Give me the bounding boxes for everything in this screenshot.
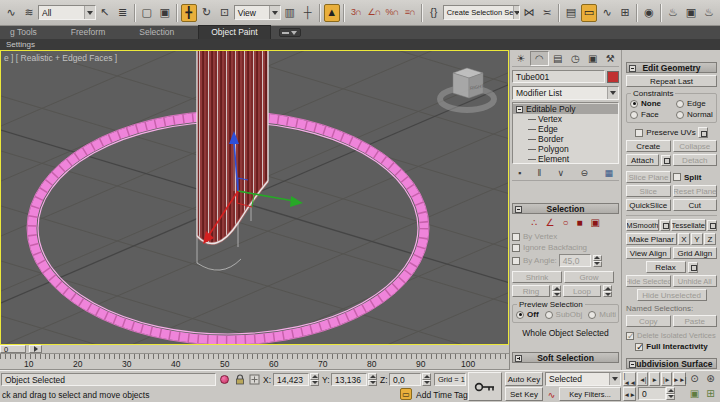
rendered-frame-icon[interactable]: ▣ xyxy=(683,4,699,22)
object-color-swatch[interactable] xyxy=(607,71,619,83)
select-and-scale-icon[interactable]: ⊡ xyxy=(217,4,233,22)
ribbon-panel-settings[interactable]: Settings xyxy=(6,40,35,49)
modify-tab-icon[interactable]: ◠ xyxy=(530,51,550,66)
create-button[interactable]: Create xyxy=(626,140,671,152)
relax-button[interactable]: Relax xyxy=(646,261,686,273)
planar-z-button[interactable]: Z xyxy=(704,233,716,245)
time-slider[interactable]: 0 xyxy=(0,345,509,354)
hide-unselected-button[interactable]: Hide Unselected xyxy=(637,289,707,301)
material-editor-icon[interactable]: ◉ xyxy=(641,4,657,22)
utilities-tab-icon[interactable]: ⚒ xyxy=(602,51,620,66)
stack-item-editable-poly[interactable]: Editable Poly xyxy=(513,104,618,114)
viewport-label[interactable]: e ] [ Realistic + Edged Faces ] xyxy=(4,53,117,63)
tessellate-settings-icon[interactable] xyxy=(707,220,717,231)
ring-button[interactable]: Ring xyxy=(512,285,550,297)
display-tab-icon[interactable]: ▣ xyxy=(584,51,602,66)
previous-frame-icon[interactable]: ◄| xyxy=(637,372,648,386)
by-angle-checkbox[interactable]: By Angle: xyxy=(512,256,557,265)
tab-modeling-tools[interactable]: g Tools xyxy=(0,26,47,39)
select-by-name-icon[interactable]: ≣ xyxy=(115,4,131,22)
by-vertex-checkbox[interactable]: By Vertex xyxy=(512,232,557,241)
quickslice-button[interactable]: QuickSlice xyxy=(626,199,671,211)
copy-button[interactable]: Copy xyxy=(626,315,671,327)
snaps-toggle-icon[interactable]: 3∩ xyxy=(348,4,364,22)
tab-object-paint[interactable]: Object Paint xyxy=(198,25,270,39)
curve-editor-icon[interactable]: ∿ xyxy=(599,4,615,22)
tab-freeform[interactable]: Freeform xyxy=(61,26,115,39)
x-coordinate-field[interactable]: 14,423 xyxy=(273,373,309,386)
selected-filter-dropdown[interactable]: Selected xyxy=(545,372,621,386)
detach-button[interactable]: Detach xyxy=(673,154,717,166)
edit-geometry-rollout-header[interactable]: Edit Geometry xyxy=(626,62,717,73)
by-angle-spinner[interactable] xyxy=(593,255,602,267)
modifier-list-dropdown[interactable]: Modifier List xyxy=(512,86,619,100)
dropdown-arrow-icon[interactable] xyxy=(513,6,520,19)
reset-plane-button[interactable]: Reset Plane xyxy=(673,185,718,197)
time-tag-icon[interactable]: ▭ xyxy=(400,388,412,400)
rollout-expand-icon[interactable] xyxy=(515,355,522,362)
polygon-subobject-icon[interactable]: ■ xyxy=(576,217,582,228)
rollout-collapse-icon[interactable] xyxy=(515,206,522,213)
spinner-snap-icon[interactable]: ≡∩ xyxy=(402,4,418,22)
go-to-end-icon[interactable]: ►►| xyxy=(673,372,686,386)
soft-selection-rollout-header[interactable]: Soft Selection xyxy=(512,352,619,363)
preview-off-radio[interactable]: Off xyxy=(516,310,539,319)
dropdown-arrow-icon[interactable] xyxy=(84,6,95,19)
split-checkbox[interactable]: Split xyxy=(673,173,701,182)
percent-snap-icon[interactable]: %∩ xyxy=(384,4,400,22)
default-in-out-tangents-icon[interactable]: ∿ xyxy=(545,388,558,401)
named-selection-sets-icon[interactable]: {} xyxy=(426,4,442,22)
object-name-field[interactable]: Tube001 xyxy=(512,70,605,83)
delete-isolated-vertices-checkbox[interactable]: Delete Isolated Vertices xyxy=(626,331,716,340)
field-of-view-icon[interactable]: ▷ xyxy=(673,387,684,400)
edge-subobject-icon[interactable]: ∠ xyxy=(545,217,554,228)
subdivision-surface-rollout-header[interactable]: Subdivision Surface xyxy=(626,358,717,369)
perspective-viewport[interactable]: RIGHT e ] [ Realistic + Edged Faces ] xyxy=(0,50,509,345)
next-frame-arrow-icon[interactable] xyxy=(29,345,42,353)
cut-button[interactable]: Cut xyxy=(673,199,718,211)
pin-stack-icon[interactable]: ▪ xyxy=(518,168,521,178)
bind-to-space-warp-icon[interactable]: ≋ xyxy=(21,4,37,22)
attach-button[interactable]: Attach xyxy=(626,154,659,166)
render-setup-icon[interactable]: ♨ xyxy=(665,4,681,22)
zoom-extents-icon[interactable]: ▣ xyxy=(688,387,701,400)
remove-modifier-icon[interactable]: ⊖ xyxy=(581,168,589,178)
dropdown-arrow-icon[interactable] xyxy=(609,373,620,386)
constraint-edge-radio[interactable]: Edge xyxy=(676,99,706,108)
dropdown-arrow-icon[interactable] xyxy=(269,6,280,19)
z-spinner[interactable] xyxy=(422,373,431,386)
unhide-all-button[interactable]: Unhide All xyxy=(673,275,718,287)
msmooth-button[interactable]: MSmooth xyxy=(626,219,659,231)
use-pivot-point-icon[interactable]: ▥ xyxy=(282,4,298,22)
reference-coordinate-dropdown[interactable]: View xyxy=(234,5,281,20)
repeat-last-button[interactable]: Repeat Last xyxy=(626,75,717,87)
y-coordinate-field[interactable]: 13,136 xyxy=(331,373,367,386)
hierarchy-tab-icon[interactable]: ▤ xyxy=(549,51,567,66)
unlink-selection-icon[interactable]: ∿ xyxy=(3,4,19,22)
z-coordinate-field[interactable]: 0,0 xyxy=(389,373,421,386)
msmooth-settings-icon[interactable] xyxy=(660,220,670,231)
zoom-icon[interactable]: ⊙ xyxy=(688,372,701,385)
selection-rollout-header[interactable]: Selection xyxy=(512,203,619,214)
element-subobject-icon[interactable]: ▣ xyxy=(590,217,599,228)
slice-plane-button[interactable]: Slice Plane xyxy=(626,171,671,183)
render-production-icon[interactable]: ♨ xyxy=(701,4,717,22)
selection-lock-icon[interactable] xyxy=(233,373,246,386)
zoom-extents-all-icon[interactable]: ⊞ xyxy=(704,387,717,400)
set-keys-button[interactable] xyxy=(468,372,502,401)
attach-settings-icon[interactable] xyxy=(661,155,671,166)
auto-key-button[interactable]: Auto Key xyxy=(505,372,543,386)
grid-align-button[interactable]: Grid Align xyxy=(673,247,718,259)
selection-filter-dropdown[interactable]: All xyxy=(38,5,96,20)
tab-selection[interactable]: Selection xyxy=(129,26,184,39)
next-frame-icon[interactable]: |► xyxy=(661,372,672,386)
absolute-offset-mode-icon[interactable] xyxy=(248,373,261,386)
view-align-button[interactable]: View Align xyxy=(626,247,671,259)
ring-spinner[interactable] xyxy=(552,285,561,297)
angle-snap-icon[interactable]: ∠∩ xyxy=(366,4,382,22)
paste-button[interactable]: Paste xyxy=(673,315,718,327)
make-unique-icon[interactable]: ∨ xyxy=(558,168,565,178)
set-key-button[interactable]: Set Key xyxy=(505,387,543,401)
zoom-all-icon[interactable]: ⊛ xyxy=(704,372,717,385)
y-spinner[interactable] xyxy=(368,373,377,386)
